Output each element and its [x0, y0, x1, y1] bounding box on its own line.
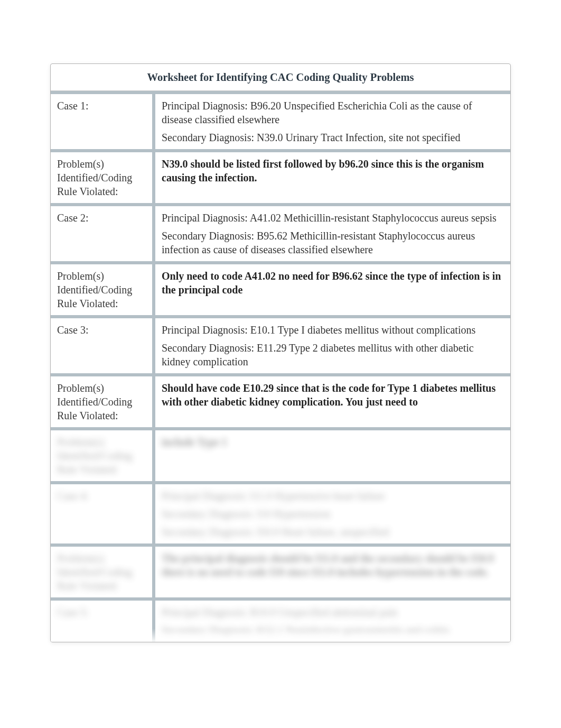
- row-label: Case 1:: [51, 93, 154, 151]
- row-label: Case 4:: [51, 483, 154, 545]
- row-label: Case 2:: [51, 205, 154, 263]
- table-row: Problem(s) Identified/Coding Rule Violat…: [51, 375, 510, 429]
- row-content: N39.0 should be listed first followed by…: [154, 151, 510, 205]
- content-paragraph: include Type 1: [162, 435, 504, 449]
- row-content: Principal Diagnosis: R10.9 Unspecified a…: [154, 599, 510, 642]
- content-paragraph: The principal diagnosis should be I11.0 …: [162, 551, 504, 579]
- table-row: Problem(s) Identified/Coding Rule Violat…: [51, 429, 510, 483]
- row-label: Problem(s) Identified/Coding Rule Violat…: [51, 429, 154, 483]
- table-row: Case 1:Principal Diagnosis: B96.20 Unspe…: [51, 93, 510, 151]
- row-content: Only need to code A41.02 no need for B96…: [154, 263, 510, 317]
- content-paragraph: Secondary Diagnosis: B95.62 Methicillin-…: [162, 229, 504, 256]
- content-paragraph: Only need to code A41.02 no need for B96…: [162, 269, 504, 297]
- content-paragraph: Principal Diagnosis: R10.9 Unspecified a…: [162, 605, 504, 619]
- row-label: Case 3:: [51, 317, 154, 375]
- content-paragraph: N39.0 should be listed first followed by…: [162, 157, 504, 185]
- row-content: Principal Diagnosis: E10.1 Type I diabet…: [154, 317, 510, 375]
- worksheet-title: Worksheet for Identifying CAC Coding Qua…: [51, 64, 510, 91]
- content-paragraph: Secondary Diagnosis: N39.0 Urinary Tract…: [162, 131, 504, 144]
- row-content: Principal Diagnosis: A41.02 Methicillin-…: [154, 205, 510, 263]
- row-content: The principal diagnosis should be I11.0 …: [154, 545, 510, 599]
- content-paragraph: Principal Diagnosis: I11.0 Hypertensive …: [162, 489, 504, 503]
- content-paragraph: Principal Diagnosis: B96.20 Unspecified …: [162, 99, 504, 126]
- row-label: Problem(s) Identified/Coding Rule Violat…: [51, 375, 154, 429]
- content-paragraph: Secondary Diagnosis: K52.1 Noninfective …: [162, 623, 504, 637]
- row-label: Problem(s) Identified/Coding Rule Violat…: [51, 263, 154, 317]
- table-row: Case 5:Principal Diagnosis: R10.9 Unspec…: [51, 599, 510, 642]
- row-content: Principal Diagnosis: I11.0 Hypertensive …: [154, 483, 510, 545]
- content-paragraph: Principal Diagnosis: E10.1 Type I diabet…: [162, 323, 504, 337]
- row-content: Principal Diagnosis: B96.20 Unspecified …: [154, 93, 510, 151]
- row-label: Problem(s) Identified/Coding Rule Violat…: [51, 545, 154, 599]
- table-row: Case 3:Principal Diagnosis: E10.1 Type I…: [51, 317, 510, 375]
- content-paragraph: Secondary Diagnosis: I10 Hypertension: [162, 507, 504, 521]
- table-row: Problem(s) Identified/Coding Rule Violat…: [51, 263, 510, 317]
- table-row: Case 2:Principal Diagnosis: A41.02 Methi…: [51, 205, 510, 263]
- content-paragraph: Should have code E10.29 since that is th…: [162, 381, 504, 409]
- row-content: Should have code E10.29 since that is th…: [154, 375, 510, 429]
- table-row: Problem(s) Identified/Coding Rule Violat…: [51, 545, 510, 599]
- row-content: include Type 1: [154, 429, 510, 483]
- row-label: Problem(s) Identified/Coding Rule Violat…: [51, 151, 154, 205]
- worksheet-table: Case 1:Principal Diagnosis: B96.20 Unspe…: [51, 91, 510, 642]
- content-paragraph: Secondary Diagnosis: I50.9 Heart failure…: [162, 525, 504, 539]
- table-row: Problem(s) Identified/Coding Rule Violat…: [51, 151, 510, 205]
- content-paragraph: Secondary Diagnosis: E11.29 Type 2 diabe…: [162, 341, 504, 368]
- row-label: Case 5:: [51, 599, 154, 642]
- content-paragraph: Principal Diagnosis: A41.02 Methicillin-…: [162, 211, 504, 225]
- table-row: Case 4:Principal Diagnosis: I11.0 Hypert…: [51, 483, 510, 545]
- worksheet-container: Worksheet for Identifying CAC Coding Qua…: [50, 63, 511, 642]
